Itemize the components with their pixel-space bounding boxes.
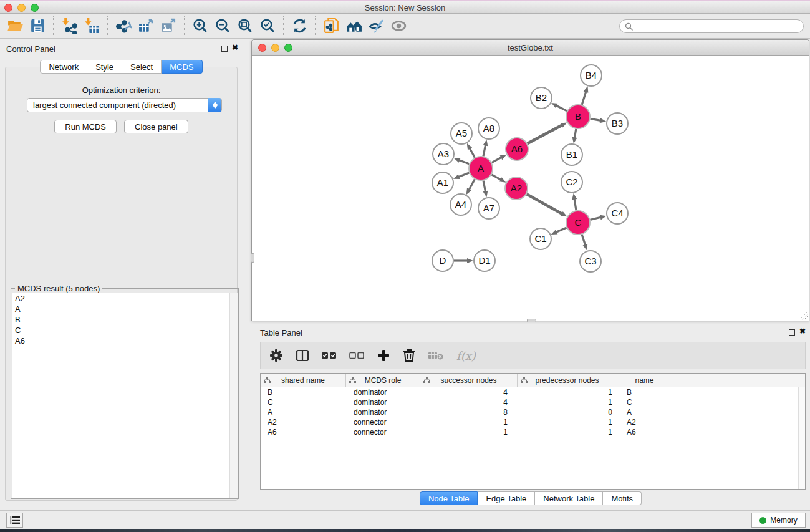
graph-node-C4[interactable]: C4	[607, 203, 628, 224]
table-settings-gear-icon[interactable]	[269, 346, 283, 365]
table-row[interactable]: A2connector11A2	[261, 417, 805, 427]
graph-edge-A6-B[interactable]	[528, 125, 562, 144]
open-session-icon[interactable]	[4, 16, 26, 36]
import-table-from-file-icon[interactable]	[80, 16, 103, 36]
graph-node-B3[interactable]: B3	[607, 113, 628, 134]
graph-edge-B-B1[interactable]	[574, 129, 576, 138]
graph-edge-A-A4[interactable]	[469, 180, 475, 190]
table-row[interactable]: Cdominator41C	[261, 397, 805, 407]
graph-node-D[interactable]: D	[432, 250, 453, 271]
import-network-from-file-icon[interactable]	[58, 16, 80, 36]
graph-edge-A2-C[interactable]	[527, 194, 562, 214]
graph-edge-C-C2[interactable]	[574, 199, 576, 211]
column-header-predecessor-nodes[interactable]: predecessor nodes	[518, 374, 617, 387]
horizontal-scrollbar-thumb[interactable]	[527, 319, 536, 322]
graph-node-A8[interactable]: A8	[478, 118, 499, 139]
tab-style[interactable]: Style	[87, 60, 122, 74]
graph-edge-A-A3[interactable]	[459, 160, 469, 164]
graph-edge-B-B4[interactable]	[582, 92, 586, 105]
graph-edge-A-A2[interactable]	[491, 175, 501, 180]
export-network-icon[interactable]	[112, 16, 135, 36]
run-mcds-button[interactable]: Run MCDS	[54, 120, 117, 133]
graph-edge-C-C3[interactable]	[582, 235, 586, 245]
zoom-selected-icon[interactable]	[256, 16, 279, 36]
mcds-result-item[interactable]: A6	[12, 336, 238, 346]
graph-edge-A-A6[interactable]	[492, 157, 502, 162]
mcds-result-item[interactable]: C	[12, 325, 238, 336]
export-table-icon[interactable]	[135, 16, 157, 36]
graph-node-C1[interactable]: C1	[530, 228, 551, 249]
table-panel-float-icon[interactable]	[789, 329, 795, 336]
graph-node-B4[interactable]: B4	[581, 65, 602, 86]
delete-columns-trash-icon[interactable]	[403, 346, 415, 365]
apply-preferred-layout-icon[interactable]	[288, 16, 311, 36]
search-input[interactable]	[636, 21, 798, 32]
graph-node-A7[interactable]: A7	[478, 198, 499, 219]
graph-node-D1[interactable]: D1	[474, 250, 495, 271]
graph-node-C[interactable]: C	[566, 211, 590, 235]
split-view-icon[interactable]	[296, 346, 309, 365]
column-header-name[interactable]: name	[617, 374, 672, 387]
tab-network[interactable]: Network	[40, 60, 87, 74]
vertical-scrollbar-thumb[interactable]	[251, 253, 254, 263]
mcds-result-item[interactable]: A2	[12, 293, 238, 304]
tab-mcds[interactable]: MCDS	[162, 60, 202, 74]
resize-grip-icon[interactable]	[800, 312, 808, 320]
save-session-icon[interactable]	[26, 16, 49, 36]
graph-node-B1[interactable]: B1	[561, 144, 582, 165]
deselect-all-rows-icon[interactable]	[349, 346, 364, 365]
graph-edge-A-A7[interactable]	[483, 181, 486, 192]
tab-edge-table[interactable]: Edge Table	[478, 491, 535, 505]
column-header-shared-name[interactable]: shared name	[261, 374, 346, 387]
graph-node-A4[interactable]: A4	[450, 194, 471, 215]
graph-edge-C-C1[interactable]	[556, 228, 567, 232]
mcds-result-item[interactable]: A	[12, 304, 238, 314]
graph-node-B2[interactable]: B2	[531, 87, 552, 109]
zoom-fit-icon[interactable]	[234, 16, 256, 36]
graph-edge-A-A5[interactable]	[470, 148, 475, 158]
export-image-icon[interactable]	[157, 16, 180, 36]
graph-node-B[interactable]: B	[566, 105, 590, 128]
tab-select[interactable]: Select	[122, 60, 162, 74]
show-all-icon[interactable]	[387, 16, 410, 36]
graph-edge-B-B3[interactable]	[591, 118, 601, 120]
graph-node-A[interactable]: A	[469, 157, 493, 180]
table-scrollbar[interactable]	[798, 387, 805, 489]
graph-node-A6[interactable]: A6	[506, 138, 528, 160]
column-header-mcds-role[interactable]: MCDS role	[346, 374, 420, 387]
table-row[interactable]: A6connector11A6	[261, 427, 805, 437]
graph-edge-B-B2[interactable]	[556, 105, 567, 111]
graph-node-A5[interactable]: A5	[451, 123, 472, 144]
table-row[interactable]: Bdominator41B	[261, 387, 805, 397]
mcds-result-item[interactable]: B	[12, 314, 238, 325]
close-panel-button[interactable]: Close panel	[124, 120, 188, 133]
zoom-in-icon[interactable]	[189, 16, 211, 36]
mcds-result-scrollbar[interactable]	[229, 293, 238, 498]
create-column-plus-icon[interactable]	[377, 346, 390, 365]
hide-selected-icon[interactable]	[365, 16, 387, 36]
tab-node-table[interactable]: Node Table	[420, 491, 478, 505]
column-header-successor-nodes[interactable]: successor nodes	[420, 374, 518, 387]
memory-button[interactable]: Memory	[751, 513, 806, 528]
float-panel-icon[interactable]	[221, 46, 228, 52]
criterion-select[interactable]: largest connected component (directed)	[27, 98, 222, 112]
network-from-selection-icon[interactable]	[320, 16, 342, 36]
graph-node-A2[interactable]: A2	[505, 177, 528, 200]
graph-node-A1[interactable]: A1	[432, 172, 453, 193]
zoom-out-icon[interactable]	[211, 16, 234, 36]
graph-edge-A-A1[interactable]	[458, 173, 469, 177]
graph-node-C3[interactable]: C3	[580, 251, 601, 272]
first-neighbors-icon[interactable]	[342, 16, 365, 36]
table-panel-close-icon[interactable]: ✖	[799, 327, 806, 336]
close-panel-icon[interactable]: ✖	[232, 43, 238, 52]
tab-motifs[interactable]: Motifs	[603, 491, 642, 505]
delete-table-icon[interactable]	[428, 346, 444, 365]
graph-node-C2[interactable]: C2	[561, 172, 582, 193]
graph-edge-C-C4[interactable]	[591, 217, 601, 220]
show-panels-list-button[interactable]	[6, 513, 23, 528]
select-all-rows-icon[interactable]	[322, 346, 337, 365]
network-canvas[interactable]: AA2A6BCA1A3A4A5A7A8B1B2B3B4C1C2C3C4DD1	[253, 56, 808, 321]
table-row[interactable]: Adominator80A	[261, 407, 805, 417]
graph-edge-A-A8[interactable]	[483, 145, 486, 157]
function-builder-icon[interactable]: f(x)	[456, 346, 476, 365]
